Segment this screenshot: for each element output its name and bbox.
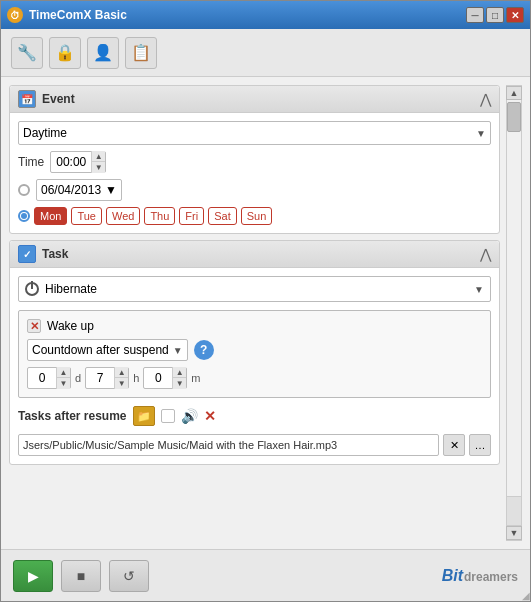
countdown-label: Countdown after suspend	[32, 343, 169, 357]
day-thu[interactable]: Thu	[144, 207, 175, 225]
duration-d-input[interactable]: ▲ ▼	[27, 367, 71, 389]
time-row: Time ▲ ▼	[18, 151, 491, 173]
tasks-resume-row: Tasks after resume 📁 🔊 ✕	[18, 406, 491, 426]
main-content: 📅 Event ⋀ Daytime ▼ Time	[1, 77, 530, 549]
help-button[interactable]: ?	[194, 340, 214, 360]
time-field[interactable]	[51, 155, 91, 169]
day-mon[interactable]: Mon	[34, 207, 67, 225]
duration-m-input[interactable]: ▲ ▼	[143, 367, 187, 389]
duration-d-down[interactable]: ▼	[57, 378, 70, 389]
left-panel: 📅 Event ⋀ Daytime ▼ Time	[9, 85, 500, 541]
duration-h-input[interactable]: ▲ ▼	[85, 367, 129, 389]
countdown-row: Countdown after suspend ▼ ?	[27, 339, 482, 361]
task-section-header: ✓ Task ⋀	[10, 241, 499, 268]
task-section: ✓ Task ⋀ Hibernate ▼	[9, 240, 500, 465]
day-wed[interactable]: Wed	[106, 207, 140, 225]
replay-button[interactable]: ↺	[109, 560, 149, 592]
duration-d-spinners: ▲ ▼	[56, 367, 70, 389]
maximize-button[interactable]: □	[486, 7, 504, 23]
wakeup-subbox: ✕ Wake up Countdown after suspend ▼ ?	[18, 310, 491, 398]
daytime-dropdown[interactable]: Daytime ▼	[18, 121, 491, 145]
time-spinners: ▲ ▼	[91, 151, 105, 173]
duration-m-spinners: ▲ ▼	[172, 367, 186, 389]
event-section-header: 📅 Event ⋀	[10, 86, 499, 113]
list-button[interactable]: 📋	[125, 37, 157, 69]
duration-h-field[interactable]	[86, 371, 114, 385]
day-tue[interactable]: Tue	[71, 207, 102, 225]
date-row: 06/04/2013 ▼	[18, 179, 491, 201]
brand-logo: Bitdreamers	[442, 567, 518, 585]
duration-d-field[interactable]	[28, 371, 56, 385]
daytime-row: Daytime ▼	[18, 121, 491, 145]
scrollbar-thumb[interactable]	[507, 102, 521, 132]
volume-icon[interactable]: 🔊	[181, 408, 198, 424]
duration-h-down[interactable]: ▼	[115, 378, 128, 389]
wakeup-checkbox[interactable]: ✕	[27, 319, 41, 333]
scroll-up-button[interactable]: ▲	[506, 86, 522, 100]
day-sat[interactable]: Sat	[208, 207, 237, 225]
date-radio-button[interactable]	[18, 184, 30, 196]
h-label: h	[133, 372, 139, 384]
wakeup-check-icon: ✕	[30, 320, 39, 333]
file-browse-button[interactable]: …	[469, 434, 491, 456]
brand-dreamers-text: dreamers	[464, 570, 518, 584]
time-up-button[interactable]: ▲	[92, 151, 105, 162]
countdown-dropdown[interactable]: Countdown after suspend ▼	[27, 339, 188, 361]
play-button[interactable]: ▶	[13, 560, 53, 592]
scroll-down-button[interactable]: ▼	[506, 526, 522, 540]
days-radio-button[interactable]	[18, 210, 30, 222]
time-down-button[interactable]: ▼	[92, 162, 105, 173]
user-button[interactable]: 👤	[87, 37, 119, 69]
days-row: Mon Tue Wed Thu Fri Sat Sun	[18, 207, 491, 225]
date-dropdown[interactable]: 06/04/2013 ▼	[36, 179, 122, 201]
power-icon	[25, 282, 39, 296]
task-section-title: Task	[42, 247, 68, 261]
m-label: m	[191, 372, 200, 384]
close-button[interactable]: ✕	[506, 7, 524, 23]
event-icon: 📅	[18, 90, 36, 108]
task-collapse-button[interactable]: ⋀	[480, 246, 491, 262]
wakeup-row: ✕ Wake up	[27, 319, 482, 333]
hibernate-arrow-icon: ▼	[474, 284, 484, 295]
d-label: d	[75, 372, 81, 384]
duration-m-up[interactable]: ▲	[173, 367, 186, 378]
playback-controls: ▶ ■ ↺	[13, 560, 149, 592]
day-sun[interactable]: Sun	[241, 207, 273, 225]
toolbar: 🔧 🔒 👤 📋	[1, 29, 530, 77]
duration-h-spinners: ▲ ▼	[114, 367, 128, 389]
remove-button[interactable]: ✕	[204, 408, 216, 424]
tasks-resume-label: Tasks after resume	[18, 409, 127, 423]
resume-checkbox[interactable]	[161, 409, 175, 423]
hibernate-dropdown[interactable]: Hibernate ▼	[18, 276, 491, 302]
event-section: 📅 Event ⋀ Daytime ▼ Time	[9, 85, 500, 234]
duration-m-field[interactable]	[144, 371, 172, 385]
day-fri[interactable]: Fri	[179, 207, 204, 225]
resize-grip[interactable]: ◢	[518, 589, 530, 601]
task-section-body: Hibernate ▼ ✕ Wake up	[10, 268, 499, 464]
app-icon: ⏱	[7, 7, 23, 23]
window-title: TimeComX Basic	[29, 8, 127, 22]
hibernate-label: Hibernate	[45, 282, 468, 296]
file-path-input[interactable]	[18, 434, 439, 456]
time-label: Time	[18, 155, 44, 169]
lock-button[interactable]: 🔒	[49, 37, 81, 69]
duration-m-down[interactable]: ▼	[173, 378, 186, 389]
time-input[interactable]: ▲ ▼	[50, 151, 106, 173]
file-path-row: ✕ …	[18, 434, 491, 456]
minimize-button[interactable]: ─	[466, 7, 484, 23]
folder-button[interactable]: 📁	[133, 406, 155, 426]
duration-d-up[interactable]: ▲	[57, 367, 70, 378]
date-value: 06/04/2013	[41, 183, 101, 197]
file-remove-button[interactable]: ✕	[443, 434, 465, 456]
countdown-arrow-icon: ▼	[173, 345, 183, 356]
right-scrollbar[interactable]: ▲ ▼	[506, 85, 522, 541]
brand-bit-text: Bit	[442, 567, 463, 585]
event-section-title: Event	[42, 92, 75, 106]
settings-button[interactable]: 🔧	[11, 37, 43, 69]
event-section-body: Daytime ▼ Time ▲ ▼	[10, 113, 499, 233]
wakeup-label: Wake up	[47, 319, 94, 333]
event-collapse-button[interactable]: ⋀	[480, 91, 491, 107]
duration-h-up[interactable]: ▲	[115, 367, 128, 378]
daytime-arrow-icon: ▼	[476, 128, 486, 139]
stop-button[interactable]: ■	[61, 560, 101, 592]
